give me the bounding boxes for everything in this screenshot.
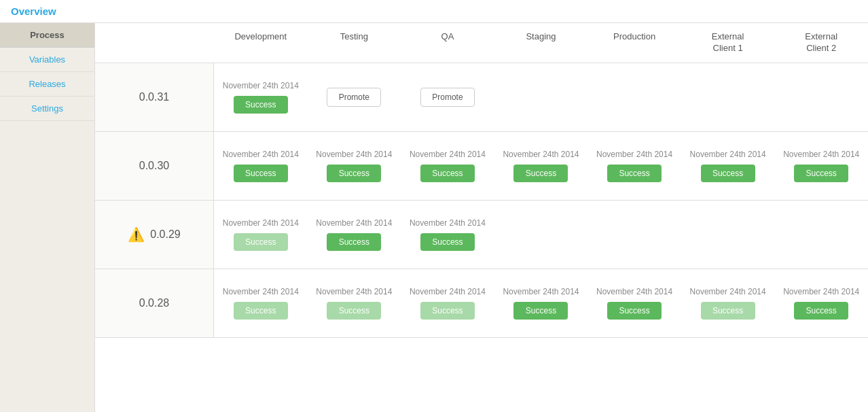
sidebar: Process Variables Releases Settings — [0, 23, 95, 412]
env-cell-ext2 — [774, 63, 868, 131]
env-cell-development: November 24th 2014 Success — [214, 201, 308, 269]
header-staging: Staging — [494, 23, 588, 63]
env-cell-testing: November 24th 2014 Success — [308, 269, 401, 337]
header-production: Production — [587, 23, 681, 63]
date-text: November 24th 2014 — [223, 218, 299, 229]
env-cell-ext2: November 24th 2014 Success — [774, 269, 868, 337]
success-button[interactable]: Success — [420, 233, 475, 251]
sidebar-item-releases[interactable]: Releases — [0, 72, 94, 97]
version-label: 0.0.29 — [150, 228, 180, 241]
env-cell-testing: November 24th 2014 Success — [308, 201, 401, 269]
success-button[interactable]: Success — [794, 302, 848, 320]
content-area: Development Testing QA Staging Productio… — [95, 23, 868, 412]
header-development: Development — [214, 23, 308, 63]
success-button[interactable]: Success — [420, 165, 475, 182]
table-row: 0.0.31 November 24th 2014 Success Promot… — [95, 63, 868, 132]
date-text: November 24th 2014 — [783, 150, 859, 160]
env-cell-production — [587, 63, 681, 131]
env-cell-staging — [494, 201, 588, 269]
table-row: 0.0.28 November 24th 2014 Success Novemb… — [95, 269, 868, 338]
env-cell-qa: November 24th 2014 Success — [401, 201, 494, 269]
version-cell: 0.0.30 — [95, 132, 214, 200]
app-title: Overview — [11, 5, 56, 17]
date-text: November 24th 2014 — [503, 150, 579, 160]
table-header: Development Testing QA Staging Productio… — [95, 23, 868, 63]
success-button[interactable]: Success — [234, 165, 288, 182]
env-cell-ext1: November 24th 2014 Success — [681, 269, 775, 337]
env-cell-development: November 24th 2014 Success — [214, 132, 308, 200]
env-cell-testing: November 24th 2014 Success — [308, 132, 401, 200]
env-cell-ext1 — [681, 201, 775, 269]
version-label: 0.0.31 — [139, 91, 169, 103]
success-button[interactable]: Success — [327, 165, 381, 182]
header-ext-client-2: ExternalClient 2 — [774, 23, 868, 63]
success-button[interactable]: Success — [513, 165, 568, 182]
date-text: November 24th 2014 — [223, 150, 299, 160]
date-text: November 24th 2014 — [690, 287, 766, 298]
version-cell: 0.0.28 — [95, 269, 214, 337]
header-version — [95, 23, 214, 63]
success-button-faded[interactable]: Success — [420, 302, 475, 320]
date-text: November 24th 2014 — [783, 287, 859, 298]
date-text: November 24th 2014 — [316, 218, 392, 229]
version-label: 0.0.28 — [139, 297, 169, 309]
warning-icon: ⚠️ — [128, 226, 145, 243]
env-cell-ext1 — [681, 63, 775, 131]
env-cell-ext2 — [774, 201, 868, 269]
header-testing: Testing — [308, 23, 401, 63]
version-cell: 0.0.31 — [95, 63, 214, 131]
success-button[interactable]: Success — [513, 302, 568, 320]
promote-button[interactable]: Promote — [420, 88, 475, 107]
env-cell-production: November 24th 2014 Success — [587, 269, 681, 337]
sidebar-item-variables[interactable]: Variables — [0, 48, 94, 72]
sidebar-item-settings[interactable]: Settings — [0, 97, 94, 121]
date-text: November 24th 2014 — [596, 287, 672, 298]
date-text: November 24th 2014 — [316, 150, 392, 160]
date-text: November 24th 2014 — [316, 287, 392, 298]
env-cell-testing: Promote — [308, 63, 401, 131]
success-button-faded[interactable]: Success — [327, 302, 381, 320]
env-cell-qa: November 24th 2014 Success — [401, 269, 494, 337]
table-row: ⚠️ 0.0.29 November 24th 2014 Success Nov… — [95, 201, 868, 269]
success-button[interactable]: Success — [794, 165, 848, 182]
success-button[interactable]: Success — [607, 165, 662, 182]
env-cell-staging: November 24th 2014 Success — [494, 269, 588, 337]
app-container: Overview Process Variables Releases Sett… — [0, 0, 868, 412]
env-cell-ext2: November 24th 2014 Success — [774, 132, 868, 200]
main-layout: Process Variables Releases Settings Deve… — [0, 23, 868, 412]
success-button[interactable]: Success — [327, 233, 381, 251]
version-cell: ⚠️ 0.0.29 — [95, 201, 214, 269]
sidebar-item-process[interactable]: Process — [0, 23, 94, 48]
date-text: November 24th 2014 — [223, 287, 299, 298]
date-text: November 24th 2014 — [410, 218, 486, 229]
table-row: 0.0.30 November 24th 2014 Success Novemb… — [95, 132, 868, 201]
env-cell-development: November 24th 2014 Success — [214, 63, 308, 131]
date-text: November 24th 2014 — [596, 150, 672, 160]
env-cell-development: November 24th 2014 Success — [214, 269, 308, 337]
header-ext-client-1: ExternalClient 1 — [681, 23, 775, 63]
date-text: November 24th 2014 — [223, 81, 299, 92]
success-button[interactable]: Success — [607, 302, 662, 320]
header-qa: QA — [401, 23, 494, 63]
success-button[interactable]: Success — [701, 165, 755, 182]
date-text: November 24th 2014 — [410, 150, 486, 160]
date-text: November 24th 2014 — [410, 287, 486, 298]
env-cell-production: November 24th 2014 Success — [587, 132, 681, 200]
date-text: November 24th 2014 — [503, 287, 579, 298]
date-text: November 24th 2014 — [690, 150, 766, 160]
success-button-faded[interactable]: Success — [234, 233, 288, 251]
success-button-faded[interactable]: Success — [234, 302, 288, 320]
success-button-faded[interactable]: Success — [701, 302, 755, 320]
promote-button[interactable]: Promote — [327, 88, 381, 107]
env-cell-ext1: November 24th 2014 Success — [681, 132, 775, 200]
top-bar: Overview — [0, 0, 868, 23]
env-cell-qa: November 24th 2014 Success — [401, 132, 494, 200]
version-label: 0.0.30 — [139, 160, 169, 172]
env-cell-staging — [494, 63, 588, 131]
env-cell-qa: Promote — [401, 63, 494, 131]
success-button[interactable]: Success — [234, 96, 288, 114]
env-cell-staging: November 24th 2014 Success — [494, 132, 588, 200]
env-cell-production — [587, 201, 681, 269]
